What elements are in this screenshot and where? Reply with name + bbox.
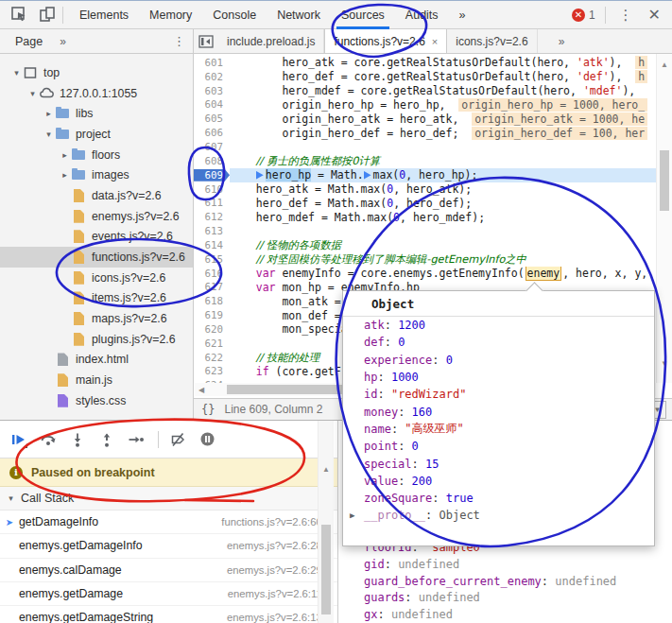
code-line[interactable]: 611 hero_def = Math.max(0, hero_def); — [194, 196, 656, 210]
code-line[interactable]: 610 hero_atk = Math.max(0, hero_atk); — [194, 182, 656, 197]
code-line[interactable]: 605 origin_hero_atk = hero_atk, origin_h… — [194, 112, 656, 126]
navigator-menu-icon[interactable]: ⋮ — [173, 34, 185, 48]
tree-item-images[interactable]: ▸images — [0, 164, 193, 185]
line-number[interactable]: 618 — [194, 295, 230, 307]
device-toolbar-icon[interactable] — [38, 6, 57, 25]
tree-item-127.0.0.1-1055[interactable]: ▾127.0.0.1:1055 — [0, 83, 193, 104]
pretty-print-button[interactable]: {} — [201, 403, 215, 416]
tree-item-items.js-v-2.6[interactable]: items.js?v=2.6 — [0, 288, 193, 309]
kebab-menu-icon[interactable]: ⋮ — [612, 7, 641, 24]
editor-tabs-overflow[interactable]: » — [559, 29, 565, 53]
scope-scrollbar[interactable]: ▲ — [318, 421, 334, 623]
code-line[interactable]: 607 — [194, 140, 656, 154]
call-stack-frame[interactable]: enemys.calDamageenemys.js?v=2.6:290 — [0, 559, 337, 582]
chevron-right-icon[interactable]: ▸ — [60, 170, 70, 180]
tree-item-floors[interactable]: ▸floors — [0, 145, 193, 165]
line-number[interactable]: 604 — [194, 98, 230, 111]
step-out-icon[interactable] — [97, 430, 116, 449]
chevron-down-icon[interactable]: ▾ — [27, 89, 38, 98]
code-line[interactable]: 613 — [194, 224, 656, 238]
code-line[interactable]: 603 hero_mdef = core.getRealStatusOrDefa… — [194, 84, 656, 98]
scrollbar-thumb[interactable] — [660, 150, 669, 211]
line-number[interactable]: 606 — [194, 127, 230, 139]
chevron-down-icon[interactable]: ▾ — [11, 68, 22, 78]
line-number[interactable]: 614 — [194, 239, 230, 251]
main-tabs-overflow[interactable]: » — [449, 1, 476, 29]
tree-item-project[interactable]: ▾project — [0, 124, 193, 145]
code-line[interactable]: 606 origin_hero_def = hero_def; origin_h… — [194, 126, 656, 140]
tree-item-main.js[interactable]: main.js — [0, 370, 193, 390]
editor-tab-functions.js-v-2.6[interactable]: functions.js?v=2.6× — [324, 29, 447, 53]
tree-item-styles.css[interactable]: styles.css — [0, 390, 193, 411]
navigator-tab-page[interactable]: Page — [15, 35, 43, 48]
line-number[interactable]: 622 — [194, 352, 230, 364]
close-tab-icon[interactable]: × — [432, 36, 438, 47]
code-line[interactable]: 601 hero_atk = core.getRealStatusOrDefau… — [194, 56, 656, 70]
line-number[interactable]: 616 — [194, 268, 230, 280]
line-number[interactable]: 612 — [194, 211, 230, 223]
tree-item-data.js-v-2.6[interactable]: data.js?v=2.6 — [0, 185, 193, 206]
tab-audits[interactable]: Audits — [395, 1, 449, 29]
breakpoint-line-number[interactable]: 609 — [194, 169, 230, 182]
line-number[interactable]: 610 — [194, 183, 230, 196]
line-number[interactable]: 620 — [194, 323, 230, 336]
scroll-left-icon[interactable]: ◀ — [195, 385, 208, 395]
code-line[interactable]: 609 hero_hp = Math.max(0, hero_hp); — [194, 168, 656, 182]
hide-navigator-icon[interactable] — [194, 29, 218, 53]
deactivate-breakpoints-icon[interactable] — [168, 430, 187, 449]
tab-memory[interactable]: Memory — [139, 1, 202, 29]
call-stack-frame[interactable]: enemys.getDamageStringenemys.js?v=2.6:13… — [0, 606, 337, 623]
call-stack-frame[interactable]: ➤getDamageInfofunctions.js?v=2.6:609 — [0, 511, 337, 534]
tree-item-events.js-v-2.6[interactable]: events.js?v=2.6 — [0, 227, 193, 248]
call-stack-frame[interactable]: enemys.getDamageInfoenemys.js?v=2.6:283 — [0, 534, 337, 558]
code-line[interactable]: 614 // 怪物的各项数据 — [194, 238, 656, 252]
scroll-down-icon[interactable]: ▼ — [657, 358, 672, 369]
line-number[interactable]: 617 — [194, 281, 230, 293]
inspect-element-icon[interactable] — [9, 6, 28, 25]
scope-variable[interactable]: gid: undefined — [364, 558, 459, 571]
editor-vertical-scrollbar[interactable]: ▲ ▼ — [656, 54, 672, 383]
tree-item-libs[interactable]: ▸libs — [0, 103, 193, 124]
code-line[interactable]: 602 hero_def = core.getRealStatusOrDefau… — [194, 70, 656, 84]
line-number[interactable]: 621 — [194, 337, 230, 350]
call-stack-frame[interactable]: enemys.getDamageenemys.js?v=2.6:110 — [0, 582, 337, 606]
step-icon[interactable] — [127, 430, 146, 449]
chevron-down-icon[interactable]: ▾ — [43, 130, 54, 139]
line-number[interactable]: 602 — [194, 71, 230, 83]
close-devtools-icon[interactable]: ✕ — [641, 6, 668, 24]
scroll-up-icon[interactable]: ▲ — [319, 464, 334, 475]
chevron-right-icon[interactable]: ▸ — [60, 150, 70, 160]
popup-prop-row[interactable]: ▶__proto__: Object — [343, 507, 654, 524]
line-number[interactable]: 608 — [194, 155, 230, 167]
tab-network[interactable]: Network — [267, 1, 331, 29]
line-number[interactable]: 601 — [194, 57, 230, 69]
call-stack-header[interactable]: ▾ Call Stack — [0, 487, 337, 511]
line-number[interactable]: 615 — [194, 253, 230, 266]
scrollbar-thumb[interactable] — [321, 525, 331, 614]
tree-item-icons.js-v-2.6[interactable]: icons.js?v=2.6 — [0, 268, 193, 288]
code-line[interactable]: 616 var enemyInfo = core.enemys.getEnemy… — [194, 267, 656, 281]
code-line[interactable]: 615 // 对坚固模仿等处理移到了脚本编辑-getEnemyInfo之中 — [194, 252, 656, 267]
scope-variable[interactable]: guards: undefined — [364, 591, 480, 604]
line-number[interactable]: 603 — [194, 85, 230, 97]
tab-console[interactable]: Console — [202, 1, 267, 29]
resume-icon[interactable] — [9, 430, 28, 449]
chevron-right-icon[interactable]: ▶ — [350, 511, 354, 520]
navigator-tab-overflow[interactable]: » — [60, 35, 66, 48]
line-number[interactable]: 605 — [194, 112, 230, 125]
line-number[interactable]: 623 — [194, 365, 230, 377]
scope-variable[interactable]: gx: undefined — [364, 608, 453, 621]
tree-item-top[interactable]: ▾top — [0, 62, 193, 83]
line-number[interactable]: 611 — [194, 197, 230, 209]
code-line[interactable]: 604 origin_hero_hp = hero_hp, origin_her… — [194, 98, 656, 112]
line-number[interactable]: 607 — [194, 141, 230, 153]
step-into-icon[interactable] — [68, 430, 87, 449]
line-number[interactable]: 619 — [194, 309, 230, 321]
chevron-right-icon[interactable]: ▸ — [43, 109, 54, 118]
tab-elements[interactable]: Elements — [69, 1, 139, 29]
step-over-icon[interactable] — [39, 430, 58, 449]
line-number[interactable]: 613 — [194, 225, 230, 237]
tree-item-plugins.js-v-2.6[interactable]: plugins.js?v=2.6 — [0, 329, 193, 350]
code-line[interactable]: 612 hero_mdef = Math.max(0, hero_mdef); — [194, 210, 656, 224]
editor-tab-include.preload.js[interactable]: include.preload.js — [218, 29, 324, 53]
